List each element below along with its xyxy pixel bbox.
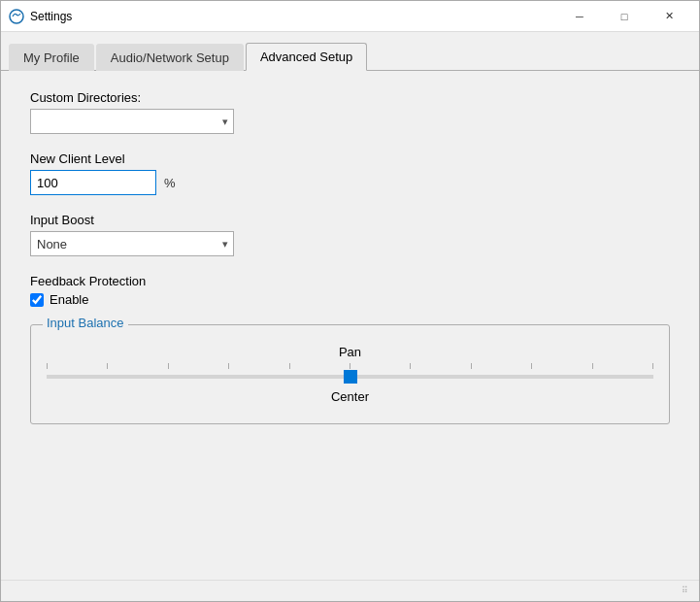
svg-point-0	[10, 10, 23, 23]
tick-7	[410, 363, 411, 369]
title-bar: Settings ─ □ ✕	[1, 1, 699, 32]
tick-9	[531, 363, 532, 369]
input-boost-select[interactable]: None	[30, 231, 234, 256]
slider-ticks-row	[47, 363, 653, 369]
tick-11	[652, 363, 653, 369]
custom-directories-section: Custom Directories: ▾	[30, 90, 670, 134]
close-button[interactable]: ✕	[647, 1, 691, 32]
tab-bar: My Profile Audio/Network Setup Advanced …	[1, 32, 699, 71]
tick-8	[471, 363, 472, 369]
settings-window: Settings ─ □ ✕ My Profile Audio/Network …	[0, 0, 700, 602]
input-balance-group: Input Balance Pan	[30, 324, 670, 424]
window-controls: ─ □ ✕	[557, 1, 691, 32]
tab-content: Custom Directories: ▾ New Client Level %…	[1, 71, 699, 580]
input-boost-wrapper: None ▾	[30, 231, 234, 256]
tick-1	[47, 363, 48, 369]
tick-10	[592, 363, 593, 369]
resize-grip-icon[interactable]: ⠿	[682, 585, 693, 597]
feedback-protection-section: Feedback Protection Enable	[30, 274, 670, 307]
input-boost-label: Input Boost	[30, 213, 670, 227]
tick-4	[228, 363, 229, 369]
pan-slider-section: Pan Center	[47, 345, 653, 404]
tab-audio-network[interactable]: Audio/Network Setup	[96, 44, 244, 71]
tick-2	[107, 363, 108, 369]
custom-directories-label: Custom Directories:	[30, 90, 670, 105]
feedback-enable-label: Enable	[50, 292, 88, 307]
pan-label: Pan	[339, 345, 361, 359]
feedback-enable-row: Enable	[30, 292, 670, 307]
custom-directories-select[interactable]	[30, 109, 234, 134]
tick-5	[289, 363, 290, 369]
window-title: Settings	[30, 10, 557, 23]
tick-6	[350, 363, 350, 369]
minimize-button[interactable]: ─	[557, 1, 602, 32]
maximize-button[interactable]: □	[602, 1, 647, 32]
status-bar: ⠿	[1, 580, 699, 601]
tab-my-profile[interactable]: My Profile	[9, 44, 94, 71]
input-boost-section: Input Boost None ▾	[30, 213, 670, 256]
pan-slider[interactable]	[47, 375, 653, 379]
app-icon	[9, 9, 24, 24]
tab-advanced-setup[interactable]: Advanced Setup	[246, 43, 367, 71]
center-label: Center	[47, 389, 653, 404]
custom-directories-wrapper: ▾	[30, 109, 234, 134]
new-client-level-input[interactable]	[30, 170, 156, 195]
percent-unit-label: %	[164, 176, 176, 190]
feedback-protection-label: Feedback Protection	[30, 274, 670, 288]
feedback-enable-checkbox[interactable]	[30, 293, 44, 307]
input-balance-legend: Input Balance	[43, 316, 128, 330]
pan-label-row: Pan	[47, 345, 653, 359]
new-client-level-row: %	[30, 170, 670, 195]
new-client-level-section: New Client Level %	[30, 151, 670, 195]
tick-3	[168, 363, 169, 369]
new-client-level-label: New Client Level	[30, 151, 670, 166]
